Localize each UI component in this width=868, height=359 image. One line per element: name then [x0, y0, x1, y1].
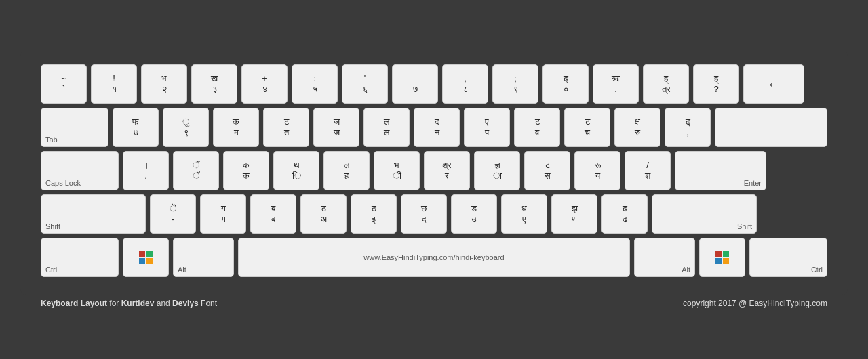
keyboard-row-3: Caps Lock । . ॅ ॅ क क थ ि ल ह भ ी श्र र — [41, 151, 827, 190]
keyboard-row-2: Tab फ ७ ु ९ क म ट त ज ज ल ल द न — [41, 108, 827, 147]
key-alt-right[interactable]: Alt — [634, 238, 695, 277]
key-k[interactable]: ज्ञ ा — [474, 151, 520, 190]
key-minus[interactable]: ऋ . — [593, 64, 639, 104]
key-alt-left[interactable]: Alt — [173, 238, 234, 277]
key-c[interactable]: ब ब — [250, 194, 296, 234]
key-backspace[interactable]: ← — [743, 64, 804, 104]
key-o[interactable]: ट व — [514, 108, 560, 147]
key-win-right[interactable] — [699, 238, 745, 277]
key-semicolon[interactable]: रू य — [574, 151, 620, 190]
key-s[interactable]: ॅ ॅ — [173, 151, 219, 190]
key-q[interactable]: फ ७ — [113, 108, 159, 147]
key-ctrl-right[interactable]: Ctrl — [749, 238, 827, 277]
key-ctrl-left[interactable]: Ctrl — [41, 238, 119, 277]
footer-right-text: copyright 2017 @ EasyHindiTyping.com — [683, 299, 827, 308]
key-a[interactable]: । . — [123, 151, 169, 190]
key-period[interactable]: झ ण — [551, 194, 597, 234]
key-e[interactable]: क म — [213, 108, 259, 147]
key-m[interactable]: ड उ — [451, 194, 497, 234]
footer-left-text: Keyboard Layout for Kurtidev and Devlys … — [41, 299, 217, 308]
key-caps-lock[interactable]: Caps Lock — [41, 151, 119, 190]
key-x[interactable]: ग ग — [200, 194, 246, 234]
key-quote[interactable]: / श — [625, 151, 671, 190]
key-b[interactable]: ठ इ — [351, 194, 397, 234]
key-equals[interactable]: ह् त्र — [643, 64, 689, 104]
key-y[interactable]: ल ल — [363, 108, 410, 147]
key-backtick[interactable]: ~ ` — [41, 64, 87, 104]
key-z[interactable]: ॆ - — [150, 194, 196, 234]
space-bar-label: www.EasyHindiTyping.com/hindi-keyboard — [363, 253, 504, 261]
key-w[interactable]: ु ९ — [163, 108, 209, 147]
key-7[interactable]: – ७ — [392, 64, 438, 104]
key-space[interactable]: www.EasyHindiTyping.com/hindi-keyboard — [238, 238, 630, 277]
windows-logo-right — [715, 251, 729, 264]
keyboard-row-4: Shift ॆ - ग ग ब ब ठ अ ठ इ छ द ड उ — [41, 194, 827, 234]
key-rbracket[interactable]: ढ् , — [665, 108, 711, 147]
key-h[interactable]: भ ी — [374, 151, 420, 190]
key-2[interactable]: भ २ — [141, 64, 187, 104]
key-i[interactable]: ए प — [464, 108, 510, 147]
keyboard-row-1: ~ ` ! १ भ २ ख ३ + ४ : ५ ' ६ – ७ — [41, 64, 827, 104]
key-win-left[interactable] — [123, 238, 169, 277]
key-slash[interactable]: ढ ढ — [601, 194, 648, 234]
key-comma[interactable]: ध ए — [501, 194, 547, 234]
key-lbracket[interactable]: क्ष रु — [614, 108, 660, 147]
key-n[interactable]: छ द — [401, 194, 447, 234]
key-shift-left[interactable]: Shift — [41, 194, 146, 234]
key-g[interactable]: ल ह — [323, 151, 370, 190]
keyboard-row-5: Ctrl Alt www.EasyHindiTyping.com/hindi-k… — [41, 238, 827, 277]
key-f[interactable]: थ ि — [273, 151, 319, 190]
key-u[interactable]: द न — [414, 108, 460, 147]
key-j[interactable]: श्र र — [424, 151, 470, 190]
footer: Keyboard Layout for Kurtidev and Devlys … — [20, 295, 848, 308]
key-shift-right[interactable]: Shift — [652, 194, 757, 234]
key-d[interactable]: क क — [223, 151, 269, 190]
key-v[interactable]: ठ अ — [300, 194, 347, 234]
key-t[interactable]: ज ज — [313, 108, 359, 147]
key-tab[interactable]: Tab — [41, 108, 108, 147]
key-9[interactable]: ; ९ — [492, 64, 538, 104]
key-enter-top[interactable] — [715, 108, 827, 147]
key-p[interactable]: ट च — [564, 108, 610, 147]
key-r[interactable]: ट त — [263, 108, 309, 147]
key-1[interactable]: ! १ — [91, 64, 137, 104]
key-6[interactable]: ' ६ — [342, 64, 388, 104]
key-l[interactable]: ट स — [524, 151, 570, 190]
key-5[interactable]: : ५ — [292, 64, 338, 104]
key-4[interactable]: + ४ — [241, 64, 288, 104]
windows-logo-left — [139, 251, 153, 264]
key-8[interactable]: , ८ — [442, 64, 488, 104]
key-enter[interactable]: Enter — [675, 151, 766, 190]
key-extra[interactable]: ह् ? — [693, 64, 739, 104]
key-3[interactable]: ख ३ — [191, 64, 237, 104]
key-0[interactable]: ढ् ० — [542, 64, 589, 104]
